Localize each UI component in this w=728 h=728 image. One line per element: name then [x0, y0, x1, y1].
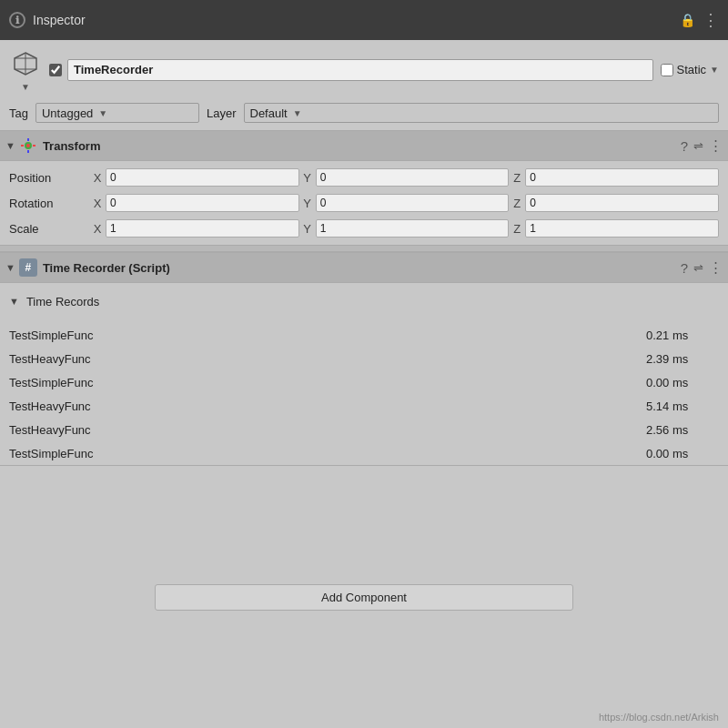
scale-z-input[interactable] — [525, 219, 719, 238]
script-actions: ? ⇌ ⋮ — [681, 259, 723, 276]
lock-icon[interactable]: 🔒 — [680, 13, 695, 27]
time-records-caret[interactable]: ▼ — [9, 296, 19, 307]
transform-settings-btn[interactable]: ⇌ — [693, 139, 703, 153]
time-records-header: ▼ Time Records — [9, 288, 719, 314]
time-record-name-4: TestHeavyFunc — [9, 423, 646, 437]
time-record-row: TestSimpleFunc 0.00 ms — [0, 370, 728, 394]
script-section-header: ▼ # Time Recorder (Script) ? ⇌ ⋮ — [0, 252, 728, 283]
static-checkbox[interactable] — [661, 64, 673, 76]
scale-x-input[interactable] — [106, 219, 299, 238]
time-records-title: Time Records — [26, 295, 99, 308]
time-record-list: TestSimpleFunc 0.21 ms TestHeavyFunc 2.3… — [0, 323, 728, 465]
info-icon: ℹ — [9, 12, 25, 28]
tag-layer-row: Tag Untagged ▼ Layer Default ▼ — [0, 99, 728, 130]
script-settings-btn[interactable]: ⇌ — [693, 261, 703, 275]
time-record-value-3: 5.14 ms — [646, 399, 719, 413]
cube-svg — [12, 50, 39, 77]
bottom-area: Add Component — [0, 465, 728, 728]
title-bar-actions: 🔒 ⋮ — [680, 10, 719, 30]
object-name-row — [49, 59, 653, 81]
rotation-x-label: X — [91, 197, 104, 210]
time-record-row: TestHeavyFunc 2.56 ms — [0, 418, 728, 441]
time-record-row: TestSimpleFunc 0.21 ms — [0, 323, 728, 347]
transform-section-header: ▼ Transform ? ⇌ ⋮ — [0, 130, 728, 161]
rotation-row: Rotation X Y Z — [0, 190, 728, 216]
inspector-window: ℹ Inspector 🔒 ⋮ ▼ — [0, 0, 728, 728]
rotation-z-input[interactable] — [525, 194, 719, 212]
time-record-row: TestHeavyFunc 2.39 ms — [0, 347, 728, 370]
scale-row: Scale X Y Z — [0, 216, 728, 241]
time-record-name-5: TestSimpleFunc — [9, 447, 646, 460]
script-title: Time Recorder (Script) — [43, 261, 681, 275]
transform-title: Transform — [43, 139, 681, 153]
object-header: ▼ Static ▼ — [0, 40, 728, 99]
inspector-title: Inspector — [33, 13, 86, 27]
position-z-label: Z — [511, 171, 523, 185]
time-record-value-5: 0.00 ms — [646, 447, 719, 460]
position-x-label: X — [91, 171, 104, 185]
static-caret[interactable]: ▼ — [710, 65, 719, 75]
position-y-label: Y — [301, 171, 314, 185]
transform-menu-btn[interactable]: ⋮ — [709, 137, 723, 154]
tag-dropdown[interactable]: Untagged ▼ — [35, 103, 199, 123]
static-row: Static ▼ — [661, 63, 719, 76]
title-bar-left: ℹ Inspector — [9, 12, 86, 28]
section-divider — [0, 245, 728, 252]
rotation-z-label: Z — [511, 197, 523, 210]
position-x-input[interactable] — [106, 168, 299, 187]
script-help-btn[interactable]: ? — [681, 260, 688, 276]
tag-dropdown-arrow: ▼ — [98, 108, 107, 118]
scale-y-input[interactable] — [316, 219, 510, 238]
object-icon — [9, 47, 42, 80]
position-y-input[interactable] — [316, 168, 510, 187]
time-record-name-1: TestHeavyFunc — [9, 352, 646, 366]
position-z-input[interactable] — [525, 168, 719, 187]
time-record-row: TestSimpleFunc 0.00 ms — [0, 441, 728, 465]
transform-actions: ? ⇌ ⋮ — [681, 137, 723, 154]
menu-icon[interactable]: ⋮ — [703, 10, 719, 30]
scale-xyz: X Y Z — [91, 219, 719, 238]
scale-y-label: Y — [301, 222, 314, 236]
tag-value: Untagged — [42, 106, 93, 120]
rotation-y-input[interactable] — [316, 194, 510, 212]
transform-fields: Position X Y Z Rotation X Y Z Scale — [0, 161, 728, 245]
rotation-label: Rotation — [9, 197, 91, 210]
layer-dropdown[interactable]: Default ▼ — [244, 103, 720, 123]
time-record-value-1: 2.39 ms — [646, 352, 719, 366]
scale-label: Scale — [9, 222, 91, 236]
hash-icon: # — [19, 258, 37, 277]
time-record-name-2: TestSimpleFunc — [9, 376, 646, 389]
transform-icon — [19, 136, 37, 155]
time-record-name-3: TestHeavyFunc — [9, 399, 646, 413]
time-records-section: ▼ Time Records — [0, 283, 728, 323]
position-xyz: X Y Z — [91, 168, 719, 187]
time-record-value-4: 2.56 ms — [646, 423, 719, 437]
scale-x-label: X — [91, 222, 104, 236]
script-caret[interactable]: ▼ — [5, 262, 15, 273]
time-record-value-2: 0.00 ms — [646, 376, 719, 389]
transform-help-btn[interactable]: ? — [681, 138, 688, 154]
time-record-value-0: 0.21 ms — [646, 329, 719, 342]
layer-value: Default — [250, 106, 288, 120]
scale-z-label: Z — [511, 222, 523, 236]
position-label: Position — [9, 171, 91, 185]
position-row: Position X Y Z — [0, 165, 728, 190]
time-record-name-0: TestSimpleFunc — [9, 329, 646, 342]
object-icon-caret[interactable]: ▼ — [21, 82, 30, 92]
static-label: Static — [677, 63, 707, 76]
layer-label: Layer — [207, 106, 237, 120]
time-record-row: TestHeavyFunc 5.14 ms — [0, 394, 728, 418]
add-component-button[interactable]: Add Component — [155, 584, 573, 611]
rotation-xyz: X Y Z — [91, 194, 719, 212]
watermark: https://blog.csdn.net/Arkish — [599, 712, 719, 723]
rotation-y-label: Y — [301, 197, 314, 210]
layer-dropdown-arrow: ▼ — [293, 108, 302, 118]
object-active-checkbox[interactable] — [49, 64, 62, 76]
title-bar: ℹ Inspector 🔒 ⋮ — [0, 0, 728, 40]
tag-label: Tag — [9, 106, 28, 120]
object-name-input[interactable] — [67, 59, 653, 81]
transform-caret[interactable]: ▼ — [5, 140, 15, 151]
script-menu-btn[interactable]: ⋮ — [709, 259, 723, 276]
rotation-x-input[interactable] — [106, 194, 299, 212]
